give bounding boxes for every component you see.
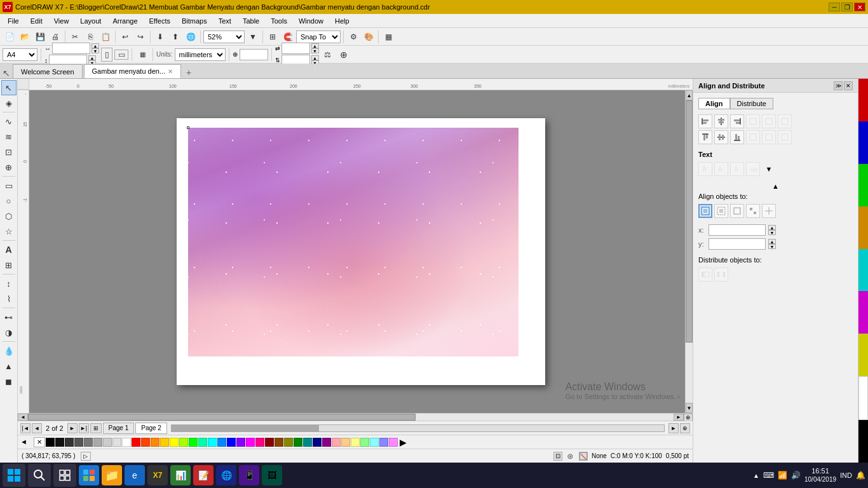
taskbar-app4[interactable]: 🌐 [216,465,236,485]
taskbar-browser[interactable]: e [125,465,145,485]
ellipse-tool-btn[interactable]: ○ [1,193,17,208]
units-select[interactable]: millimeters [175,48,226,61]
menu-window[interactable]: Window [294,16,329,26]
options-button[interactable]: ⚙ [346,30,360,44]
color-swatch-azure[interactable] [217,438,226,447]
landscape-btn[interactable]: ▭ [114,50,128,60]
undo-button[interactable]: ↩ [118,30,132,44]
tab-close-icon[interactable]: ✕ [168,68,173,75]
taskbar-corel[interactable]: X7 [147,465,168,485]
color-swatch-orange2[interactable] [151,438,159,447]
menu-view[interactable]: View [49,16,74,26]
page-zoom-btn[interactable]: ⊕ [680,423,690,433]
color-strip-white[interactable] [858,376,868,420]
menu-layout[interactable]: Layout [75,16,106,26]
table-tool-btn[interactable]: ⊞ [1,257,17,273]
color-swatch-8[interactable] [122,438,131,447]
select-tool-btn[interactable]: ↖ [1,80,17,95]
paper-size-select[interactable]: A4 [3,48,37,61]
color-swatch-brown[interactable] [275,438,283,447]
color-swatch-darkred[interactable] [265,438,274,447]
color-swatch-blue[interactable] [227,438,236,447]
prev-page-btn[interactable]: ◄ [32,423,42,433]
save-button[interactable]: 💾 [33,30,47,44]
page-scroll-thumb[interactable] [172,425,320,431]
menu-text[interactable]: Text [214,16,236,26]
align-left-btn[interactable] [698,114,712,128]
color-strip-magenta[interactable] [858,291,868,334]
color-swatch-green[interactable] [189,438,198,447]
cut-button[interactable]: ✂ [68,30,82,44]
hscroll-track[interactable] [28,414,674,421]
language-indicator[interactable]: IND [840,471,852,479]
last-page-btn[interactable]: ►| [79,423,89,433]
zoom-tool-btn[interactable]: ⊕ [1,159,17,175]
tab-nav-left[interactable]: ↖ [3,68,10,78]
smart-fill-btn[interactable]: ◼ [1,374,17,389]
align-top-btn[interactable] [698,130,712,144]
parallel-dim-btn[interactable]: ↕ [1,276,17,291]
height-up[interactable]: ▲ [88,55,96,60]
taskbar-app5[interactable]: 📱 [239,465,259,485]
menu-file[interactable]: File [3,16,24,26]
all-pages-btn[interactable]: ▦ [135,48,149,62]
color-swatch-red[interactable] [132,438,140,447]
first-page-btn[interactable]: |◄ [20,423,31,433]
vertical-scrollbar[interactable]: ▲ ▼ [685,90,693,413]
keyboard-icon[interactable]: ⌨ [763,471,774,480]
taskbar-app3[interactable]: 📝 [193,465,214,485]
color-swatch-7[interactable] [112,438,121,447]
panel-expand-btn[interactable]: ≫ [834,81,843,90]
color-swatch-lightblue[interactable] [379,438,388,447]
color-swatch-pink[interactable] [255,438,264,447]
restore-button[interactable]: ❐ [841,3,853,11]
color-swatch-yellow[interactable] [160,438,169,447]
scroll-up-btn[interactable]: ▲ [686,90,693,100]
menu-bitmaps[interactable]: Bitmaps [177,16,212,26]
color-strip-blue[interactable] [858,121,868,164]
rectangle-tool-btn[interactable]: ▭ [1,178,17,193]
export-button[interactable]: ⬆ [168,30,182,44]
color-swatch-peach[interactable] [332,438,341,447]
distribute-tab[interactable]: Distribute [730,98,773,109]
notification-btn[interactable]: 🔔 [856,471,865,480]
width-up[interactable]: ▲ [92,43,99,48]
color-strip-cyan[interactable] [858,249,868,292]
shape-tool-btn[interactable]: ◈ [1,95,17,111]
y-down-arrow[interactable]: ▼ [768,244,776,249]
volume-icon[interactable]: 🔊 [791,471,801,480]
align-right-btn[interactable] [730,114,744,128]
portrait-btn[interactable]: ▯ [101,48,112,62]
color-swatch-4[interactable] [84,438,93,447]
next-page-btn[interactable]: ► [67,423,78,433]
color-swatch-orange[interactable] [141,438,150,447]
publish-button[interactable]: 🌐 [184,30,198,44]
scroll-track[interactable] [686,100,693,403]
print-button[interactable]: 🖨 [48,30,62,44]
align-center-v-btn[interactable] [714,130,728,144]
zoom-select[interactable]: 52% [203,30,245,43]
color-swatch-lightyellow[interactable] [351,438,360,447]
align-center-h-btn[interactable] [714,114,728,128]
page-scroll-right[interactable]: ► [668,423,679,433]
color-swatch-darkgreen[interactable] [294,438,302,447]
color-strip-yellow[interactable] [858,334,868,376]
color-swatch-darkviolet[interactable] [322,438,331,447]
snap-grid[interactable]: ⊞ [266,30,280,44]
more-colors-btn[interactable]: ▶ [398,438,407,447]
add-page-nav-btn[interactable]: ⊞ [90,423,102,433]
canvas-scroll[interactable]: Activate Windows Go to Settings to activ… [29,90,693,413]
menu-effects[interactable]: Effects [144,16,175,26]
color-swatch-teal[interactable] [198,438,207,447]
transparency-btn[interactable]: ◑ [1,325,17,340]
taskbar-app6[interactable]: 🖼 [262,465,282,485]
scroll-down-btn[interactable]: ▼ [686,403,693,413]
color-swatch-5[interactable] [93,438,102,447]
color-swatch-cyan[interactable] [208,438,217,447]
cursor-mode-btn[interactable]: ▷ [81,452,91,461]
hgap-input[interactable]: 5,0 mm [281,43,310,54]
menu-edit[interactable]: Edit [25,16,48,26]
add-page-btn[interactable]: ⊕ [337,48,351,62]
menu-table[interactable]: Table [238,16,264,26]
hscroll-left-btn[interactable]: ◄ [18,414,28,421]
